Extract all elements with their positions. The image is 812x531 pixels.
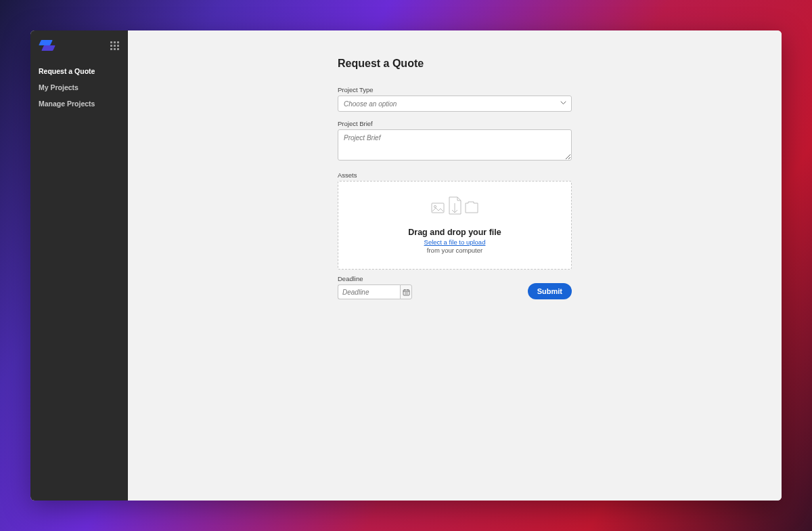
project-type-select-wrap: Choose an option — [338, 95, 572, 112]
submit-button[interactable]: Submit — [528, 283, 572, 299]
sidebar-item-my-projects[interactable]: My Projects — [30, 79, 128, 95]
project-brief-label: Project Brief — [338, 120, 572, 127]
sidebar-item-request-quote[interactable]: Request a Quote — [30, 63, 128, 79]
svg-rect-0 — [432, 203, 444, 213]
dropzone-subtext: from your computer — [427, 247, 482, 254]
assets-dropzone[interactable]: Drag and drop your file Select a file to… — [338, 181, 572, 270]
dropzone-title: Drag and drop your file — [408, 228, 501, 237]
quote-form: Request a Quote Project Type Choose an o… — [338, 58, 572, 299]
deadline-input[interactable] — [338, 284, 400, 299]
upload-illustration-icon — [430, 195, 479, 218]
deadline-input-wrap — [338, 284, 412, 299]
project-type-label: Project Type — [338, 86, 572, 93]
project-brief-input[interactable] — [338, 129, 572, 161]
app-window: Request a Quote My Projects Manage Proje… — [30, 30, 782, 501]
deadline-label: Deadline — [338, 275, 412, 282]
svg-point-1 — [434, 205, 436, 207]
sidebar-item-manage-projects[interactable]: Manage Projects — [30, 95, 128, 112]
deadline-group: Deadline — [338, 275, 412, 299]
calendar-icon — [403, 289, 410, 296]
deadline-calendar-button[interactable] — [400, 284, 412, 299]
sidebar: Request a Quote My Projects Manage Proje… — [30, 30, 128, 501]
logo-icon[interactable] — [39, 40, 55, 52]
project-type-select[interactable]: Choose an option — [338, 95, 572, 112]
dropzone-select-link[interactable]: Select a file to upload — [424, 238, 486, 246]
page-title: Request a Quote — [338, 58, 572, 70]
main-content: Request a Quote Project Type Choose an o… — [128, 30, 782, 501]
form-bottom-row: Deadline — [338, 275, 572, 299]
assets-label: Assets — [338, 171, 572, 179]
app-launcher-icon[interactable] — [110, 41, 120, 51]
sidebar-header — [30, 30, 128, 56]
sidebar-nav: Request a Quote My Projects Manage Proje… — [30, 56, 128, 119]
